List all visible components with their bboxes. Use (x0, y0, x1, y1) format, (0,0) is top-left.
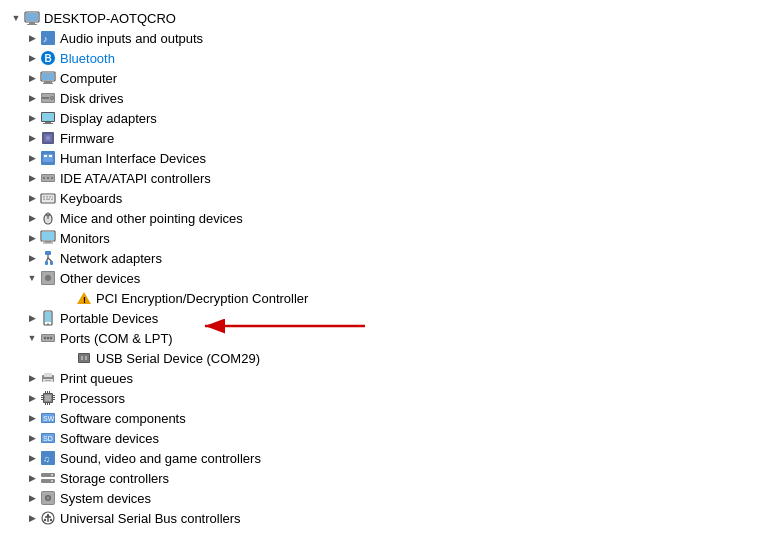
list-item[interactable]: SD Software devices (4, 428, 756, 448)
tree-root[interactable]: DESKTOP-AOTQCRO (4, 8, 756, 28)
expander-icon[interactable] (24, 110, 40, 126)
svg-rect-83 (53, 395, 55, 396)
monitor-icon (40, 230, 56, 246)
svg-rect-10 (44, 81, 52, 83)
storage-icon (40, 470, 56, 486)
expander-icon[interactable] (24, 270, 40, 286)
expander-icon[interactable] (24, 310, 40, 326)
list-item[interactable]: Mice and other pointing devices (4, 208, 756, 228)
expander-icon[interactable] (24, 470, 40, 486)
list-item[interactable]: Network adapters (4, 248, 756, 268)
expander-icon[interactable] (24, 230, 40, 246)
list-item[interactable]: ♫ Sound, video and game controllers (4, 448, 756, 468)
device-manager-tree: DESKTOP-AOTQCRO ♪ Audio inputs and outpu… (0, 0, 760, 536)
svg-rect-38 (52, 196, 53, 198)
svg-point-15 (51, 97, 53, 99)
svg-text:SD: SD (43, 435, 53, 442)
list-item[interactable]: Firmware (4, 128, 756, 148)
expander-icon[interactable] (24, 430, 40, 446)
item-label: PCI Encryption/Decryption Controller (96, 291, 308, 306)
tree-container[interactable]: DESKTOP-AOTQCRO ♪ Audio inputs and outpu… (0, 0, 760, 536)
expander-icon[interactable] (24, 450, 40, 466)
expander-icon[interactable] (24, 30, 40, 46)
list-item[interactable]: IDE ATA/ATAPI controllers (4, 168, 756, 188)
expander-icon[interactable] (24, 170, 40, 186)
expander-icon[interactable] (24, 370, 40, 386)
item-label: Processors (60, 391, 125, 406)
expander-icon[interactable] (24, 70, 40, 86)
ports-icon (40, 330, 56, 346)
item-label: Universal Serial Bus controllers (60, 511, 241, 526)
svg-point-67 (47, 337, 49, 339)
expander-icon[interactable] (24, 510, 40, 526)
list-item[interactable]: SW Software components (4, 408, 756, 428)
expander-icon[interactable] (24, 90, 40, 106)
svg-rect-48 (45, 241, 51, 243)
expander-none (60, 350, 76, 366)
svg-marker-113 (46, 514, 50, 517)
list-item[interactable]: Storage controllers (4, 468, 756, 488)
expander-icon[interactable] (24, 190, 40, 206)
item-label: Disk drives (60, 91, 124, 106)
list-item[interactable]: System devices (4, 488, 756, 508)
firmware-icon (40, 130, 56, 146)
svg-rect-11 (43, 83, 53, 84)
expander-icon[interactable] (24, 410, 40, 426)
svg-rect-3 (26, 13, 38, 21)
svg-rect-30 (43, 177, 45, 179)
expander-icon[interactable] (24, 50, 40, 66)
expander-icon[interactable] (24, 390, 40, 406)
system-icon (40, 490, 56, 506)
expander-icon[interactable] (24, 250, 40, 266)
svg-rect-72 (85, 356, 87, 360)
svg-rect-79 (45, 395, 51, 401)
svg-rect-62 (45, 312, 51, 322)
list-item[interactable]: USB Serial Device (COM29) (4, 348, 756, 368)
list-item[interactable]: B Bluetooth (4, 48, 756, 68)
list-item[interactable]: Computer (4, 68, 756, 88)
item-label: Portable Devices (60, 311, 158, 326)
svg-point-68 (50, 337, 52, 339)
svg-rect-2 (27, 24, 37, 25)
svg-rect-9 (42, 73, 54, 80)
list-item[interactable]: Universal Serial Bus controllers (4, 508, 756, 528)
svg-rect-76 (45, 380, 51, 381)
list-item[interactable]: Processors (4, 388, 756, 408)
list-item[interactable]: Display adapters (4, 108, 756, 128)
disk-icon (40, 90, 56, 106)
svg-rect-81 (41, 397, 43, 398)
list-item[interactable]: Print queues (4, 368, 756, 388)
list-item[interactable]: Human Interface Devices (4, 148, 756, 168)
list-item[interactable]: ! PCI Encryption/Decryption Controller (4, 288, 756, 308)
item-label: Computer (60, 71, 117, 86)
expander-icon[interactable] (24, 330, 40, 346)
item-label: Mice and other pointing devices (60, 211, 243, 226)
list-item[interactable]: Portable Devices (4, 308, 756, 328)
svg-rect-36 (46, 196, 48, 198)
software-dev-icon: SD (40, 430, 56, 446)
svg-rect-39 (43, 199, 45, 201)
svg-rect-35 (43, 196, 45, 198)
svg-rect-49 (43, 243, 53, 244)
expander-icon[interactable] (24, 130, 40, 146)
list-item[interactable]: Disk drives (4, 88, 756, 108)
svg-text:SW: SW (43, 415, 55, 422)
mouse-icon (40, 210, 56, 226)
svg-rect-86 (45, 391, 46, 393)
expander-root[interactable] (8, 10, 24, 26)
list-item[interactable]: Other devices (4, 268, 756, 288)
svg-rect-41 (51, 199, 53, 201)
list-item[interactable]: Ports (COM & LPT) (4, 328, 756, 348)
expander-icon[interactable] (24, 490, 40, 506)
svg-point-112 (50, 519, 52, 521)
svg-rect-20 (43, 123, 53, 124)
svg-rect-74 (44, 373, 52, 377)
expander-icon[interactable] (24, 150, 40, 166)
list-item[interactable]: Monitors (4, 228, 756, 248)
list-item[interactable]: ♪ Audio inputs and outputs (4, 28, 756, 48)
svg-point-66 (44, 337, 46, 339)
list-item[interactable]: Keyboards (4, 188, 756, 208)
expander-icon[interactable] (24, 210, 40, 226)
svg-rect-80 (41, 395, 43, 396)
svg-rect-70 (79, 354, 89, 362)
